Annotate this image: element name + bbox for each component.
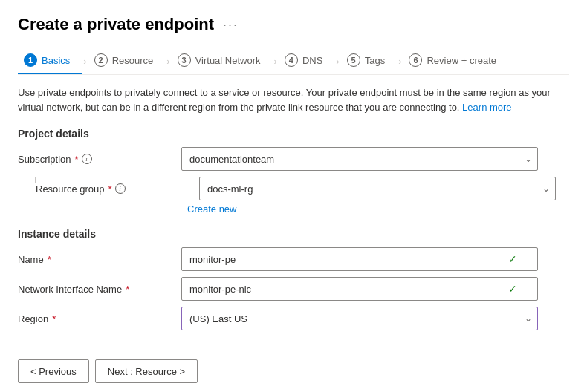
tab-label-tags: Tags: [365, 55, 385, 66]
region-row: Region * (US) East US ⌄: [18, 307, 569, 330]
rg-info-icon[interactable]: i: [115, 183, 126, 194]
resource-group-content: Resource group * i docs-ml-rg ⌄: [36, 177, 569, 215]
region-select-wrapper: (US) East US ⌄: [181, 307, 538, 330]
instance-details-section: Instance details Name * monitor-pe: [18, 228, 569, 330]
tab-sep-5: ›: [398, 56, 401, 67]
project-details-heading: Project details: [18, 128, 569, 140]
tab-tags[interactable]: 5 Tags: [341, 48, 397, 74]
tab-label-vnet: Virtual Network: [195, 55, 261, 66]
tab-label-resource: Resource: [112, 55, 154, 66]
tab-dns[interactable]: 4 DNS: [279, 48, 334, 74]
tab-num-basics: 1: [24, 53, 37, 67]
region-required: *: [52, 313, 56, 324]
subscription-info-icon[interactable]: i: [82, 154, 92, 164]
tab-num-resource: 2: [94, 53, 108, 67]
tab-label-review: Review + create: [427, 55, 496, 66]
tab-review-create[interactable]: 6 Review + create: [403, 48, 508, 74]
nic-label: Network Interface Name *: [18, 284, 181, 295]
nic-control: monitor-pe-nic: [181, 277, 569, 301]
resource-group-row: Resource group * i docs-ml-rg ⌄: [36, 177, 569, 200]
previous-button[interactable]: < Previous: [18, 359, 89, 383]
page-title: Create a private endpoint: [18, 15, 214, 34]
resource-group-indent: Resource group * i docs-ml-rg ⌄: [18, 177, 569, 215]
resource-group-label: Resource group * i: [36, 183, 199, 195]
resource-group-select[interactable]: docs-ml-rg: [199, 177, 556, 200]
ellipsis-menu[interactable]: ···: [223, 17, 239, 33]
name-select[interactable]: monitor-pe: [181, 247, 538, 271]
tab-label-basics: Basics: [42, 55, 70, 66]
name-control: monitor-pe: [181, 247, 569, 271]
learn-more-link[interactable]: Learn more: [462, 102, 511, 113]
subscription-control: documentationteam ⌄: [181, 147, 569, 171]
region-select[interactable]: (US) East US: [181, 307, 538, 330]
region-label: Region *: [18, 313, 181, 324]
region-control: (US) East US ⌄: [181, 307, 569, 330]
subscription-select-wrapper: documentationteam ⌄: [181, 147, 538, 171]
tab-num-dns: 4: [285, 53, 298, 67]
name-required: *: [48, 254, 51, 265]
info-description: Use private endpoints to privately conne…: [18, 85, 568, 114]
tab-virtual-network[interactable]: 3 Virtual Network: [172, 48, 273, 74]
tab-resource[interactable]: 2 Resource: [88, 48, 166, 74]
tab-num-tags: 5: [347, 53, 360, 67]
tab-sep-2: ›: [166, 56, 169, 67]
nic-required: *: [126, 284, 129, 295]
tab-num-vnet: 3: [178, 53, 191, 67]
rg-select-wrapper: docs-ml-rg ⌄: [199, 177, 556, 200]
tab-sep-1: ›: [83, 56, 86, 67]
nic-row: Network Interface Name * monitor-pe-nic: [18, 277, 569, 301]
name-label: Name *: [18, 254, 181, 265]
create-new-link[interactable]: Create new: [187, 203, 236, 215]
subscription-select[interactable]: documentationteam: [181, 147, 538, 171]
instance-details-heading: Instance details: [18, 228, 569, 240]
rg-control: docs-ml-rg ⌄: [199, 177, 569, 200]
next-button[interactable]: Next : Resource >: [95, 359, 198, 383]
tab-basics[interactable]: 1 Basics: [18, 48, 82, 74]
subscription-row: Subscription * i documentationteam ⌄: [18, 147, 569, 171]
nic-select[interactable]: monitor-pe-nic: [181, 277, 538, 301]
name-select-wrapper: monitor-pe: [181, 247, 538, 271]
create-new-container: Create new: [187, 203, 569, 215]
project-details-section: Project details Subscription * i documen…: [18, 128, 569, 215]
subscription-required: *: [75, 154, 79, 165]
tab-sep-4: ›: [336, 56, 339, 67]
tab-sep-3: ›: [274, 56, 277, 67]
rg-required: *: [108, 183, 112, 195]
subscription-label: Subscription * i: [18, 154, 181, 165]
tab-label-dns: DNS: [302, 55, 322, 66]
wizard-tabs: 1 Basics › 2 Resource › 3 Virtual Networ…: [18, 48, 569, 75]
footer: < Previous Next : Resource >: [0, 350, 587, 392]
name-row: Name * monitor-pe: [18, 247, 569, 271]
tab-num-review: 6: [409, 53, 422, 67]
nic-select-wrapper: monitor-pe-nic: [181, 277, 538, 301]
